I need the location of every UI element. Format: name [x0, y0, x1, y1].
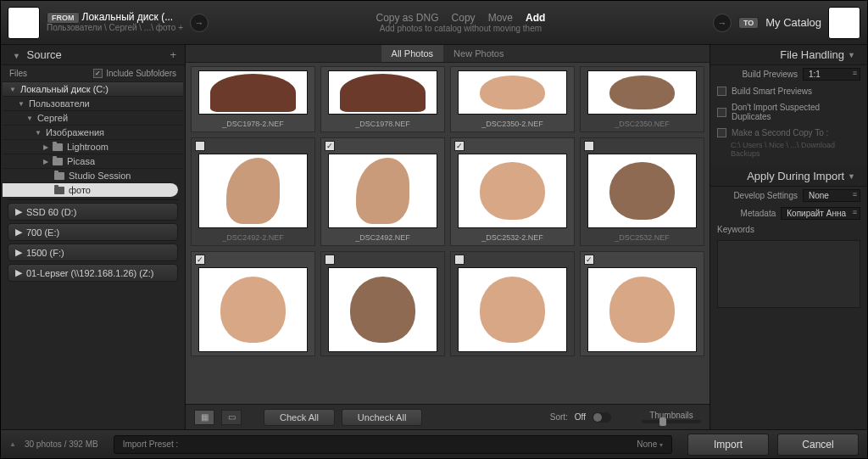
include-subfolders-checkbox[interactable]: ✓Include Subfolders [93, 69, 176, 78]
thumbnail-checkbox[interactable]: ✓ [195, 255, 205, 265]
thumbnail-filename: _DSC2350-2.NEF [451, 118, 574, 132]
thumbnail-cell[interactable]: ✓ [191, 251, 315, 356]
mode-add[interactable]: Add [526, 12, 545, 24]
thumbnail-cell[interactable]: _DSC2532.NEF [580, 137, 704, 246]
thumbnail-cell[interactable] [450, 251, 575, 356]
tab-all-photos[interactable]: All Photos [381, 45, 444, 62]
thumbnail-cell[interactable]: _DSC2350-2.NEF [450, 66, 575, 132]
mode-copy-dng[interactable]: Copy as DNG [376, 12, 438, 24]
thumbnail-cell[interactable]: _DSC2350.NEF [580, 66, 704, 132]
import-preset-bar[interactable]: Import Preset : None ▾ [114, 435, 672, 454]
chevron-up-icon[interactable]: ▲ [9, 440, 16, 448]
source-panel: ▼ Source + Files ✓Include Subfolders ▼Ло… [1, 45, 186, 429]
skip-duplicates-checkbox[interactable]: Don't Import Suspected Duplicates [710, 99, 867, 125]
thumbnail-size-slider[interactable] [642, 420, 701, 423]
thumbnail-checkbox[interactable] [195, 141, 205, 151]
tree-node[interactable]: ▶Picasa [3, 154, 183, 168]
folder-icon [53, 158, 63, 165]
disclosure-icon[interactable]: ▼ [848, 172, 855, 181]
import-stats: 30 photos / 392 MB [25, 439, 98, 449]
files-label[interactable]: Files [9, 69, 27, 78]
metadata-label: Metadata [741, 209, 776, 218]
tree-node[interactable]: ▶Lightroom [3, 139, 183, 154]
arrow-right-icon[interactable]: → [713, 14, 732, 32]
settings-panel: File Handling ▼ Build Previews 1:1 Build… [709, 45, 867, 429]
thumbnail-cell[interactable] [320, 251, 445, 356]
tree-drive-c[interactable]: ▼Локальный диск (C:) [3, 81, 183, 96]
thumbnail-image [587, 267, 697, 352]
thumbnail-filename: _DSC2492-2.NEF [192, 232, 314, 245]
tree-node[interactable]: Studio Session [3, 168, 183, 182]
thumbnail-checkbox[interactable] [584, 141, 594, 151]
mode-copy[interactable]: Copy [452, 12, 476, 24]
tree-drive[interactable]: ▶700 (E:) [8, 223, 178, 241]
grid-view-icon[interactable]: ▦ [194, 410, 214, 425]
cancel-button[interactable]: Cancel [777, 434, 859, 456]
file-handling-header: File Handling [780, 48, 844, 61]
thumbnails-label: Thumbnails [642, 411, 701, 420]
keywords-label: Keywords [717, 225, 754, 234]
develop-settings-select[interactable]: None [803, 189, 860, 202]
tab-new-photos[interactable]: New Photos [443, 45, 514, 62]
tree-node-selected[interactable]: фото [3, 182, 178, 197]
thumbnail-checkbox[interactable] [325, 255, 335, 265]
thumbnail-filename: _DSC2492.NEF [321, 232, 444, 245]
thumbnail-filename: _DSC2532-2.NEF [451, 232, 574, 245]
metadata-select[interactable]: Копирайт Анна [781, 207, 860, 220]
thumbnail-image [458, 70, 567, 115]
thumbnail-checkbox[interactable]: ✓ [454, 141, 465, 151]
add-source-icon[interactable]: + [170, 48, 176, 61]
thumbnail-image [587, 154, 697, 228]
uncheck-all-button[interactable]: Uncheck All [342, 409, 422, 426]
source-swatch[interactable] [8, 7, 40, 39]
thumbnail-checkbox[interactable]: ✓ [325, 141, 335, 151]
loupe-view-icon[interactable]: ▭ [221, 410, 242, 425]
tree-node[interactable]: ▼Пользователи [3, 96, 183, 110]
sort-value[interactable]: Off [575, 412, 586, 422]
thumbnail-cell[interactable]: ✓_DSC2492.NEF [320, 137, 445, 246]
tree-drive[interactable]: ▶1500 (F:) [8, 243, 178, 261]
destination-swatch[interactable] [828, 7, 860, 39]
second-copy-path: C:\ Users \ Nice \ ...\ Download Backups [710, 141, 867, 161]
thumbnail-cell[interactable]: ✓ [580, 251, 704, 356]
thumbnail-checkbox[interactable] [454, 255, 465, 265]
disclosure-icon[interactable]: ▼ [13, 52, 20, 60]
disclosure-icon[interactable]: ▼ [848, 51, 855, 59]
tree-drive[interactable]: ▶01-Lepser (\\192.168.1.26) (Z:) [8, 264, 178, 282]
thumbnail-cell[interactable]: _DSC1978-2.NEF [191, 66, 315, 132]
thumbnail-cell[interactable]: ✓_DSC2532-2.NEF [450, 137, 575, 246]
thumbnail-image [328, 70, 437, 115]
import-button[interactable]: Import [687, 434, 769, 456]
thumbnail-cell[interactable]: _DSC2492-2.NEF [191, 137, 315, 246]
second-copy-checkbox[interactable]: Make a Second Copy To : [710, 125, 867, 141]
top-bar: FROM Локальный диск (... Пользователи \ … [1, 1, 867, 45]
tree-node[interactable]: ▼Сергей [3, 110, 183, 125]
thumbnail-cell[interactable]: _DSC1978.NEF [320, 66, 445, 132]
source-title[interactable]: Локальный диск (... [82, 11, 174, 23]
thumbnail-image [458, 267, 567, 352]
import-mode-row: Copy as DNG Copy Move Add [370, 12, 550, 24]
thumbnail-grid: _DSC1978-2.NEF_DSC1978.NEF_DSC2350-2.NEF… [186, 63, 709, 404]
folder-icon [53, 143, 63, 151]
thumbnail-image [458, 154, 567, 228]
arrow-right-icon[interactable]: → [190, 14, 209, 32]
folder-tree: ▼Локальный диск (C:) ▼Пользователи ▼Серг… [1, 81, 185, 429]
folder-icon [54, 187, 64, 194]
destination-title[interactable]: My Catalog [765, 16, 821, 29]
keywords-input[interactable] [717, 240, 860, 308]
check-all-button[interactable]: Check All [264, 409, 335, 426]
sort-toggle[interactable] [593, 412, 611, 423]
source-path: Пользователи \ Сергей \ ...\ фото + [47, 23, 183, 33]
thumbnail-filename: _DSC2350.NEF [581, 118, 704, 132]
preview-area: All Photos New Photos _DSC1978-2.NEF_DSC… [186, 45, 709, 429]
folder-icon [54, 172, 64, 180]
tree-node[interactable]: ▼Изображения [3, 125, 183, 139]
develop-settings-label: Develop Settings [733, 191, 798, 200]
smart-previews-checkbox[interactable]: Build Smart Previews [710, 83, 867, 99]
mode-move[interactable]: Move [488, 12, 513, 24]
thumbnail-checkbox[interactable]: ✓ [584, 255, 594, 265]
tree-drive[interactable]: ▶SSD 60 (D:) [8, 203, 178, 221]
bottom-bar: ▲ 30 photos / 392 MB Import Preset : Non… [1, 429, 867, 458]
thumbnail-image [328, 154, 437, 228]
build-previews-select[interactable]: 1:1 [803, 68, 860, 81]
